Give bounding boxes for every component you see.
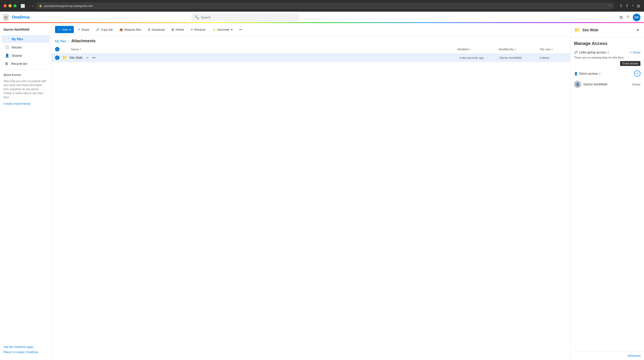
more-options-button[interactable]: ••• xyxy=(236,26,245,33)
direct-access-info-icon[interactable]: ℹ xyxy=(599,72,600,75)
row-check[interactable]: ✓ xyxy=(55,56,62,60)
file-actions: ↗ ••• xyxy=(84,56,97,60)
search-input[interactable] xyxy=(201,16,296,19)
download-button[interactable]: ⬇ Download xyxy=(145,26,168,33)
fullscreen-traffic-light[interactable] xyxy=(14,4,16,8)
grant-access-tooltip: Grant access xyxy=(620,61,640,66)
back-button[interactable]: ‹ xyxy=(29,4,30,8)
shared-icon: 👤 xyxy=(5,54,10,58)
tabs-overview-icon[interactable]: ▣ xyxy=(636,3,640,8)
header-name-col[interactable]: Name ▾ xyxy=(71,48,456,51)
app-grid-button[interactable]: ⊞ xyxy=(4,14,8,20)
settings-button[interactable]: ⚙ xyxy=(619,15,623,20)
sidebar-toggle-icon[interactable]: ⬜ xyxy=(20,4,25,8)
file-list: ✓ 📁 Site Wide ↗ ••• A few seconds ago Da… xyxy=(52,54,570,360)
create-shared-library-link[interactable]: Create shared library xyxy=(0,101,51,107)
toolbar: ＋ New ▾ ↗ Share 🔗 Copy link 📥 Request fi… xyxy=(52,23,570,36)
forward-button[interactable]: › xyxy=(32,4,34,8)
file-size-value: 0 items xyxy=(540,56,567,60)
main-area: Darren Northfield 📄 My files 🕐 Recent 👤 … xyxy=(0,23,644,360)
modified-by-value: Darren Northfield xyxy=(500,56,540,60)
file-more-button[interactable]: ••• xyxy=(91,56,97,60)
copy-link-button[interactable]: 🔗 Copy link xyxy=(93,26,116,33)
links-info-icon[interactable]: ℹ xyxy=(608,51,609,54)
get-onedrive-apps-link[interactable]: Get the OneDrive apps xyxy=(4,344,48,350)
header-modified-col[interactable]: Modified ▾ xyxy=(458,48,498,51)
download-manager-icon[interactable]: ⬇ xyxy=(620,3,623,8)
delete-button[interactable]: 🗑 Delete xyxy=(168,26,187,33)
rainbow-stripe xyxy=(0,22,644,23)
sidebar-item-shared[interactable]: 👤 Shared xyxy=(1,52,50,60)
top-nav-right: ⚙ ? DN xyxy=(619,14,640,21)
request-files-button[interactable]: 📥 Request files xyxy=(116,26,144,33)
direct-access-title: 👤 Direct access ℹ xyxy=(574,72,600,75)
breadcrumb-parent[interactable]: My files xyxy=(55,39,66,43)
return-classic-link[interactable]: Return to classic OneDrive xyxy=(4,350,48,355)
sidebar-item-recent[interactable]: 🕐 Recent xyxy=(1,44,50,51)
panel-body: Manage Access 🔗 Links giving access ℹ ↗ … xyxy=(570,37,644,351)
row-checkbox[interactable]: ✓ xyxy=(55,56,60,60)
panel-close-button[interactable]: ✕ xyxy=(635,27,640,34)
new-chevron-icon: ▾ xyxy=(69,28,71,31)
share-icon: ↗ xyxy=(78,28,80,31)
name-sort-icon: ▾ xyxy=(80,48,81,51)
header-filesize-col[interactable]: File size ▾ xyxy=(540,48,567,51)
request-files-icon: 📥 xyxy=(120,28,123,31)
links-giving-access-section: 🔗 Links giving access ℹ ↗ Share There ar… xyxy=(574,50,640,66)
search-bar[interactable]: 🔍 xyxy=(192,14,299,21)
close-traffic-light[interactable] xyxy=(4,4,7,8)
select-all-checkbox[interactable]: ✓ xyxy=(55,47,60,52)
file-share-button[interactable]: ↗ xyxy=(84,56,90,60)
address-bar[interactable]: 🔒 auroratechsupport-my.sharepoint.com ↻ xyxy=(36,2,614,9)
header-modifiedby-col[interactable]: Modified By ▾ xyxy=(499,48,539,51)
direct-access-section: 👤 Direct access ℹ ＋ 👤 Darren Northfield … xyxy=(574,70,640,89)
link-icon: 🔗 xyxy=(574,50,578,54)
lock-icon: 🔒 xyxy=(39,4,42,8)
new-label: New xyxy=(62,28,68,31)
share-page-icon[interactable]: ⬆ xyxy=(626,3,629,8)
right-panel: 📁 Site Wide ✕ Manage Access 🔗 Links givi… xyxy=(570,23,644,360)
breadcrumb: My files › Attachments xyxy=(52,36,570,45)
modifiedby-col-label: Modified By xyxy=(499,48,514,51)
links-section-title: 🔗 Links giving access ℹ xyxy=(574,50,609,54)
filesize-col-label: File size xyxy=(540,48,550,51)
panel-share-button[interactable]: ↗ Share xyxy=(629,51,640,54)
automate-chevron-icon: ▾ xyxy=(231,28,232,31)
share-button[interactable]: ↗ Share xyxy=(75,26,92,33)
panel-folder-name: Site Wide xyxy=(582,28,633,32)
automate-button[interactable]: ⚡ Automate ▾ xyxy=(209,26,236,33)
minimize-traffic-light[interactable] xyxy=(8,4,12,8)
avatar-icon: 👤 xyxy=(576,83,580,86)
sidebar-user: Darren Northfield xyxy=(0,26,51,35)
table-row[interactable]: ✓ 📁 Site Wide ↗ ••• A few seconds ago Da… xyxy=(52,54,570,62)
header-check[interactable]: ✓ xyxy=(55,47,62,52)
new-tab-icon[interactable]: + xyxy=(632,3,634,8)
quick-access-title: Quick Access xyxy=(0,72,51,77)
sidebar-item-recycle-bin[interactable]: 🗑 Recycle bin xyxy=(1,60,50,68)
reload-icon[interactable]: ↻ xyxy=(609,4,611,8)
user-avatar: 👤 xyxy=(574,81,581,88)
onedrive-logo: OneDrive xyxy=(12,15,30,20)
new-button[interactable]: ＋ New ▾ xyxy=(55,26,74,33)
modified-col-label: Modified xyxy=(458,48,468,51)
modifiedby-sort-icon: ▾ xyxy=(515,48,516,51)
file-name[interactable]: Site Wide xyxy=(69,56,83,60)
help-button[interactable]: ? xyxy=(627,15,629,20)
automate-label: Automate xyxy=(217,28,230,31)
automate-icon: ⚡ xyxy=(212,28,216,31)
avatar[interactable]: DN xyxy=(633,14,640,21)
traffic-lights xyxy=(4,4,16,8)
sidebar-label-recycle-bin: Recycle bin xyxy=(11,62,27,66)
add-direct-access-button[interactable]: ＋ xyxy=(634,70,640,77)
delete-icon: 🗑 xyxy=(171,28,174,31)
delete-label: Delete xyxy=(176,28,184,31)
no-links-text: There are no sharing links for this item… xyxy=(574,56,640,59)
sidebar-item-my-files[interactable]: 📄 My files xyxy=(1,35,50,43)
advanced-button[interactable]: Advanced xyxy=(628,354,640,357)
url-text: auroratechsupport-my.sharepoint.com xyxy=(44,4,93,8)
manage-access-title: Manage Access xyxy=(574,41,640,46)
top-nav: ⊞ OneDrive 🔍 ⚙ ? DN xyxy=(0,12,644,23)
rename-button[interactable]: ✏ Rename xyxy=(188,26,208,33)
filesize-sort-icon: ▾ xyxy=(552,48,553,51)
recycle-bin-icon: 🗑 xyxy=(5,62,9,66)
